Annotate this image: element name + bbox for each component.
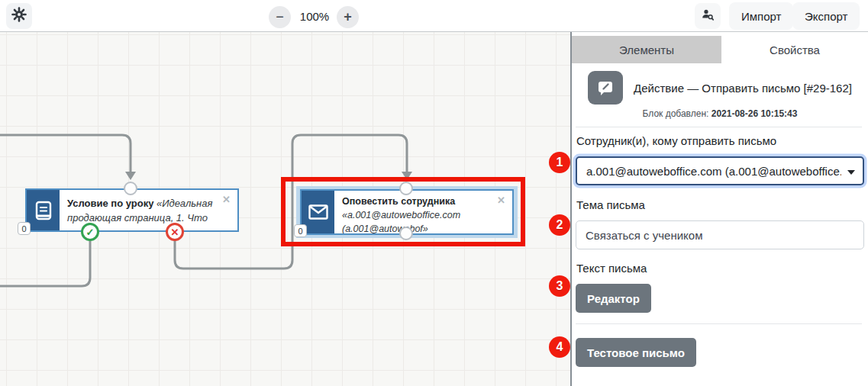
- divider: [576, 323, 862, 324]
- arrow-down-icon: [402, 172, 412, 180]
- editor-button[interactable]: Редактор: [576, 284, 651, 313]
- subject-label: Тема письма: [576, 198, 645, 211]
- chevron-down-icon: [847, 170, 855, 175]
- arrow-down-icon: [125, 172, 136, 180]
- flow-canvas[interactable]: Условие по уроку «Идеальная продающая ст…: [0, 32, 570, 386]
- tab-properties[interactable]: Свойства: [721, 36, 868, 63]
- tab-elements[interactable]: Элементы: [572, 36, 721, 63]
- zoom-level: 100%: [294, 10, 335, 23]
- panel-header: Действие — Отправить письмо [#29-162]: [572, 71, 868, 105]
- close-icon[interactable]: ✕: [222, 195, 231, 204]
- no-output-port[interactable]: ✕: [166, 223, 184, 241]
- user-search-button[interactable]: [695, 3, 721, 29]
- annotation-badge-3: 3: [549, 275, 570, 297]
- toolbar: − 100% + Импорт Экспорт: [0, 0, 868, 32]
- divider: [576, 127, 862, 127]
- recipient-label: Сотрудник(и), кому отправить письмо: [576, 134, 776, 147]
- node-title: Условие по уроку: [67, 198, 153, 209]
- zoom-out-button[interactable]: −: [269, 6, 291, 28]
- journal-icon: [27, 190, 60, 230]
- input-port[interactable]: [399, 182, 413, 195]
- person-search-icon: [701, 8, 715, 24]
- node-title: Оповестить сотрудника: [342, 195, 494, 208]
- subject-input[interactable]: [576, 220, 864, 249]
- close-icon[interactable]: ✕: [497, 195, 505, 205]
- yes-output-port[interactable]: ✓: [81, 223, 99, 241]
- import-button[interactable]: Импорт: [729, 2, 793, 30]
- counter-badge: 0: [18, 222, 31, 235]
- counter-badge: 0: [294, 224, 307, 237]
- zoom-in-button[interactable]: +: [337, 6, 359, 28]
- test-email-button[interactable]: Тестовое письмо: [576, 338, 696, 367]
- edit-message-icon: [588, 71, 623, 105]
- input-port[interactable]: [124, 182, 137, 195]
- settings-button[interactable]: [6, 3, 32, 29]
- export-button[interactable]: Экспорт: [792, 2, 860, 30]
- action-title: Действие — Отправить письмо [#29-162]: [634, 82, 852, 95]
- annotation-badge-1: 1: [549, 152, 570, 173]
- properties-panel: Элементы Свойства Действие — Отправить п…: [570, 32, 868, 386]
- gear-icon: [11, 7, 27, 25]
- flow-editor-window: − 100% + Импорт Экспорт: [0, 0, 868, 386]
- recipient-select-value: a.001@autoweboffice.com (a.001@autowebof…: [586, 165, 841, 178]
- annotation-badge-2: 2: [549, 214, 570, 236]
- node-subtitle: «a.001@autoweboffice.com (a.001@autowebo…: [342, 208, 494, 233]
- panel-tabs: Элементы Свойства: [572, 36, 868, 63]
- output-port[interactable]: [399, 227, 413, 240]
- recipient-select[interactable]: a.001@autoweboffice.com (a.001@autowebof…: [576, 156, 864, 185]
- body-label: Текст письма: [576, 262, 647, 275]
- annotation-badge-4: 4: [549, 336, 570, 358]
- block-added-meta: Блок добавлен: 2021-08-26 10:15:43: [572, 108, 868, 119]
